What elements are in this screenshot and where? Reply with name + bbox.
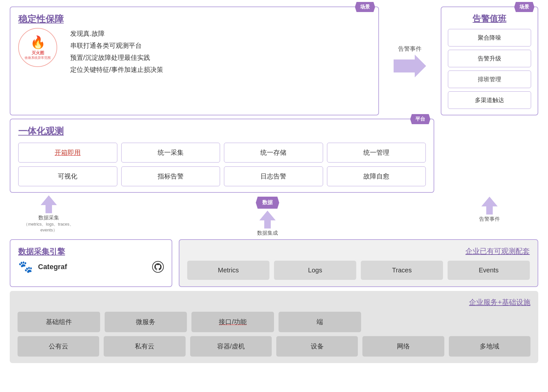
alert-event-label: 告警事件 bbox=[398, 45, 422, 53]
alert-item-2: 告警升级 bbox=[448, 50, 531, 67]
data-collect-label1: 数据采集 bbox=[38, 215, 59, 221]
stability-items: 发现真.故障 串联打通各类可观测平台 预置/沉淀故障处理最佳实践 定位关键特征/… bbox=[70, 29, 371, 74]
alert-duty-items: 聚合降噪 告警升级 排班管理 多渠道触达 bbox=[448, 29, 531, 109]
alert-event-bottom-label: 告警事件 bbox=[479, 216, 500, 223]
fire-label: 灭火图 bbox=[32, 50, 44, 56]
arrow-up-data-integration bbox=[259, 211, 276, 229]
data-badge: 数据 bbox=[256, 197, 279, 209]
categraf-label: Categraf bbox=[38, 263, 67, 271]
unified-title: 一体化观测 bbox=[18, 125, 426, 137]
data-collect-arrow-area: 数据采集 （metrics、logs、traces、events） bbox=[10, 195, 75, 233]
unified-item-5: 可视化 bbox=[18, 166, 117, 186]
enterprise-observ-items: Metrics Logs Traces Events bbox=[187, 261, 530, 280]
observ-item-2: Logs bbox=[274, 261, 356, 280]
unified-row2: 可视化 指标告警 日志告警 故障自愈 bbox=[18, 166, 426, 186]
fire-sublabel: 收敛系统异常范围 bbox=[25, 56, 51, 60]
unified-row1: 开箱即用 统一采集 统一存储 统一管理 bbox=[18, 143, 426, 163]
enterprise-observ-title: 企业已有可观测配套 bbox=[187, 246, 530, 256]
arrows-row: 数据采集 （metrics、logs、traces、events） 数据 数据集… bbox=[10, 195, 538, 237]
observ-item-3: Traces bbox=[361, 261, 443, 280]
data-engine-title: 数据采集引擎 bbox=[18, 246, 164, 257]
data-engine-content: 🐾 Categraf bbox=[18, 260, 164, 274]
github-icon bbox=[152, 261, 164, 273]
data-engine-box: 数据采集引擎 🐾 Categraf bbox=[10, 239, 172, 287]
alert-event-arrow-area-bottom: 告警事件 bbox=[441, 195, 538, 223]
data-collect-label2: （metrics、logs、traces、events） bbox=[23, 221, 75, 233]
service-row2: 公有云 私有云 容器/虚机 设备 网络 多地域 bbox=[18, 336, 530, 357]
alert-duty-box: 场景 告警值班 聚合降噪 告警升级 排班管理 多渠道触达 bbox=[441, 7, 538, 115]
alert-item-4: 多渠道触达 bbox=[448, 91, 531, 109]
alert-item-3: 排班管理 bbox=[448, 71, 531, 88]
data-integration-arrow-area: 数据集成 bbox=[257, 211, 278, 237]
fire-icon-container: 🔥 灭火图 收敛系统异常范围 bbox=[18, 28, 57, 67]
data-badge-area: 数据 数据集成 bbox=[75, 195, 441, 237]
alert-item-1: 聚合降噪 bbox=[448, 29, 531, 46]
unified-item-2: 统一采集 bbox=[121, 143, 220, 163]
unified-box: 平台 一体化观测 开箱即用 统一采集 统一存储 统一管理 可视化 指标告警 日志… bbox=[10, 119, 434, 193]
platform-badge: 平台 bbox=[410, 114, 430, 124]
stability-title: 稳定性保障 bbox=[18, 13, 371, 25]
service-item-3: 接口/功能 bbox=[191, 312, 274, 332]
observ-item-4: Events bbox=[448, 261, 530, 280]
unified-item-4: 统一管理 bbox=[327, 143, 426, 163]
svg-marker-3 bbox=[481, 197, 498, 215]
unified-item-1: 开箱即用 bbox=[18, 143, 117, 163]
data-integration-label: 数据集成 bbox=[257, 230, 278, 237]
service-item-5: 公有云 bbox=[18, 336, 99, 357]
service-item-4: 端 bbox=[279, 312, 361, 332]
service-item-8: 设备 bbox=[276, 336, 358, 357]
service-item-7: 容器/虚机 bbox=[190, 336, 272, 357]
right-spacer-row2 bbox=[441, 119, 538, 193]
enterprise-service-title: 企业服务+基础设施 bbox=[469, 297, 530, 307]
service-row1-spacer bbox=[366, 312, 530, 332]
svg-marker-1 bbox=[41, 195, 57, 213]
unified-item-6: 指标告警 bbox=[121, 166, 220, 186]
fire-icon: 🔥 bbox=[30, 35, 46, 49]
stability-item-4: 定位关键特征/事件加速止损决策 bbox=[70, 65, 371, 74]
unified-item-3: 统一存储 bbox=[224, 143, 323, 163]
categraf-paw-icon: 🐾 bbox=[18, 260, 33, 274]
svg-marker-0 bbox=[394, 55, 426, 77]
arrow-up-data-collect bbox=[41, 195, 57, 213]
alert-event-arrow-area: 告警事件 bbox=[385, 7, 434, 115]
enterprise-observ-box: 企业已有可观测配套 Metrics Logs Traces Events bbox=[179, 239, 538, 287]
svg-marker-2 bbox=[259, 211, 276, 229]
right-arrow-svg bbox=[394, 55, 426, 77]
observ-item-1: Metrics bbox=[187, 261, 269, 280]
scene-badge-stability: 场景 bbox=[355, 2, 375, 12]
arrow-up-alert-event bbox=[481, 197, 498, 215]
service-row1: 基础组件 微服务 接口/功能 端 bbox=[18, 312, 530, 332]
service-item-2: 微服务 bbox=[105, 312, 187, 332]
service-item-6: 私有云 bbox=[104, 336, 185, 357]
enterprise-service-title-area: 企业服务+基础设施 bbox=[18, 297, 530, 307]
service-item-9: 网络 bbox=[362, 336, 444, 357]
enterprise-service-box: 企业服务+基础设施 基础组件 微服务 接口/功能 端 公有云 私有云 容器/虚机… bbox=[10, 291, 538, 363]
stability-item-2: 串联打通各类可观测平台 bbox=[70, 41, 371, 50]
scene-badge-alert: 场景 bbox=[514, 2, 534, 12]
unified-item-7: 日志告警 bbox=[224, 166, 323, 186]
service-item-10: 多地域 bbox=[449, 336, 530, 357]
stability-item-1: 发现真.故障 bbox=[70, 29, 371, 38]
service-item-1: 基础组件 bbox=[18, 312, 100, 332]
unified-item-8: 故障自愈 bbox=[327, 166, 426, 186]
stability-box: 场景 稳定性保障 🔥 灭火图 收敛系统异常范围 发现真.故障 串联打通各类可观测… bbox=[10, 7, 379, 115]
stability-item-3: 预置/沉淀故障处理最佳实践 bbox=[70, 53, 371, 62]
alert-duty-title: 告警值班 bbox=[448, 13, 531, 24]
